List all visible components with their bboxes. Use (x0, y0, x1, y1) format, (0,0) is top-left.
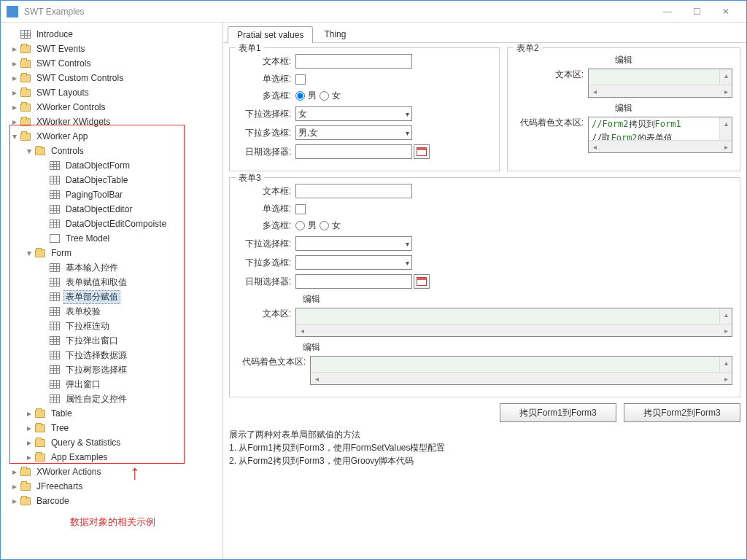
form1-date-button[interactable] (414, 144, 430, 159)
tree-item[interactable]: 下拉弹出窗口 (4, 333, 220, 348)
tree-item[interactable]: 表单校验 (4, 304, 220, 319)
form3-code-textarea[interactable]: ▴ ◂▸ (310, 356, 732, 385)
form2-code-textarea[interactable]: //Form2拷贝到Form1 //取Form2的表单值 ▴ ◂▸ (588, 117, 732, 153)
scrollbar-horizontal[interactable]: ◂▸ (296, 324, 732, 336)
tree-item[interactable]: ▸SWT Controls (4, 56, 220, 71)
tree-item[interactable]: ▸SWT Events (4, 42, 220, 56)
tab-partial-set-values[interactable]: Pratial set values (228, 26, 313, 43)
chevron-down-icon: ▾ (406, 129, 409, 137)
tree-item-label: Controls (49, 145, 86, 157)
form3-text-input[interactable] (295, 184, 412, 198)
tree-item[interactable]: 下拉框连动 (4, 319, 220, 333)
folder-icon (20, 44, 31, 54)
tree-item[interactable]: 下拉树形选择框 (4, 362, 220, 377)
form1-radio-female[interactable] (320, 91, 329, 101)
tree-item[interactable]: 表单部分赋值 (4, 289, 220, 304)
tree-item[interactable]: ▸XWorker Actions (4, 464, 220, 479)
tree-item-label: XWorker Controls (34, 101, 107, 113)
tree-expand-icon[interactable]: ▸ (9, 467, 20, 477)
copy-form2-to-form3-button[interactable]: 拷贝Form2到Form3 (624, 403, 740, 422)
tree-expand-icon[interactable]: ▸ (24, 438, 34, 448)
tree-item[interactable]: ▸Tree (4, 421, 220, 435)
grid-icon (49, 379, 61, 389)
tree-item[interactable]: ▸SWT Layouts (4, 85, 220, 100)
folder-icon (20, 467, 31, 477)
scrollbar-horizontal[interactable]: ◂▸ (589, 85, 732, 97)
form3-legend: 表单3 (236, 172, 264, 184)
tree-item[interactable]: ▸App Examples (4, 450, 220, 464)
tree-item-label: 表单部分赋值 (63, 290, 120, 304)
form3-date-button[interactable] (414, 274, 430, 289)
tree-item[interactable]: 弹出窗口 (4, 377, 220, 392)
tree-item[interactable]: ▸Query & Statistics (4, 435, 220, 450)
tree-item[interactable]: DataObjecTable (4, 173, 220, 187)
form1-date-input[interactable] (295, 144, 412, 159)
form3-date-input[interactable] (295, 274, 412, 289)
tree-item[interactable]: ▸XWorker XWidgets (4, 114, 220, 129)
tree-item-label: 下拉树形选择框 (63, 363, 129, 377)
tree-item[interactable]: ▸Table (4, 406, 220, 421)
scrollbar-horizontal[interactable]: ◂▸ (311, 372, 732, 384)
form1-date-label: 日期选择器: (237, 146, 295, 158)
tree-collapse-icon[interactable]: ▾ (24, 146, 34, 156)
tree-item[interactable]: ▸SWT Custom Controls (4, 71, 220, 85)
close-button[interactable]: ✕ (711, 1, 740, 23)
form1-checkbox[interactable] (295, 74, 306, 85)
tree-collapse-icon[interactable]: ▾ (24, 248, 34, 258)
tree-item[interactable]: Introduce (4, 27, 220, 42)
tree-expand-icon[interactable]: ▸ (9, 73, 20, 83)
tree-item[interactable]: 属性自定义控件 (4, 392, 220, 406)
tree-expand-icon[interactable]: ▸ (9, 481, 20, 491)
tree-item[interactable]: ▾Controls (4, 144, 220, 158)
form3-textarea[interactable]: ▴ ◂▸ (295, 308, 732, 337)
tree-item[interactable]: ▸Barcode (4, 494, 220, 508)
form3-select-label: 下拉选择框: (237, 238, 295, 250)
tree-item[interactable]: DataObjectEditor (4, 202, 220, 217)
scrollbar-vertical[interactable]: ▴ (719, 308, 732, 324)
grid-icon (49, 190, 61, 200)
copy-form1-to-form3-button[interactable]: 拷贝Form1到Form3 (500, 403, 616, 422)
tree-item[interactable]: PagingToolBar (4, 187, 220, 202)
tree-item-label: SWT Layouts (34, 87, 91, 98)
tree-collapse-icon[interactable]: ▾ (9, 131, 20, 141)
maximize-button[interactable]: ☐ (682, 1, 711, 23)
tree-expand-icon[interactable]: ▸ (24, 452, 34, 462)
tree-item[interactable]: DataObjectEditCompoiste (4, 217, 220, 231)
tree-expand-icon[interactable]: ▸ (9, 58, 20, 69)
tree-item[interactable]: 下拉选择数据源 (4, 348, 220, 362)
folder-icon (34, 146, 46, 156)
scrollbar-vertical[interactable]: ▴ (719, 69, 732, 85)
scrollbar-horizontal[interactable]: ◂▸ (589, 140, 732, 152)
tree-item[interactable]: 表单赋值和取值 (4, 275, 220, 289)
form1-text-input[interactable] (295, 54, 412, 69)
tree-expand-icon[interactable]: ▸ (9, 44, 20, 54)
tree-item[interactable]: ▾XWorker App (4, 129, 220, 144)
tree-expand-icon[interactable]: ▸ (9, 496, 20, 506)
form3-radio-female[interactable] (320, 221, 329, 230)
form3-checkbox[interactable] (295, 204, 306, 214)
form3-radio-male[interactable] (295, 221, 305, 230)
tree-item-label: 属性自定义控件 (63, 392, 129, 406)
scrollbar-vertical[interactable]: ▴ (719, 117, 732, 140)
tree-expand-icon[interactable]: ▸ (9, 102, 20, 112)
minimize-button[interactable]: — (653, 1, 682, 23)
form3-select[interactable]: ▾ (295, 236, 412, 251)
tree-item[interactable]: 基本输入控件 (4, 260, 220, 275)
form1-select[interactable]: 女▾ (295, 106, 412, 121)
tree-expand-icon[interactable]: ▸ (9, 88, 20, 98)
tree-item[interactable]: ▸XWorker Controls (4, 100, 220, 114)
form2-textarea[interactable]: ▴ ◂▸ (588, 69, 732, 98)
tree-expand-icon[interactable]: ▸ (24, 423, 34, 433)
form1-multiselect[interactable]: 男,女▾ (295, 125, 412, 140)
form1-radio-male[interactable] (295, 91, 305, 101)
tree-item[interactable]: DataObjectForm (4, 158, 220, 173)
tab-thing[interactable]: Thing (314, 26, 355, 42)
tree-item[interactable]: ▸JFreecharts (4, 479, 220, 494)
tree-expand-icon[interactable]: ▸ (9, 117, 20, 127)
tree-item[interactable]: ▾Form (4, 246, 220, 260)
tree-item-label: Table (49, 408, 74, 419)
tree-item[interactable]: Tree Model (4, 231, 220, 246)
scrollbar-vertical[interactable]: ▴ (719, 357, 732, 372)
form3-multiselect[interactable]: ▾ (295, 255, 412, 270)
tree-expand-icon[interactable]: ▸ (24, 408, 34, 419)
